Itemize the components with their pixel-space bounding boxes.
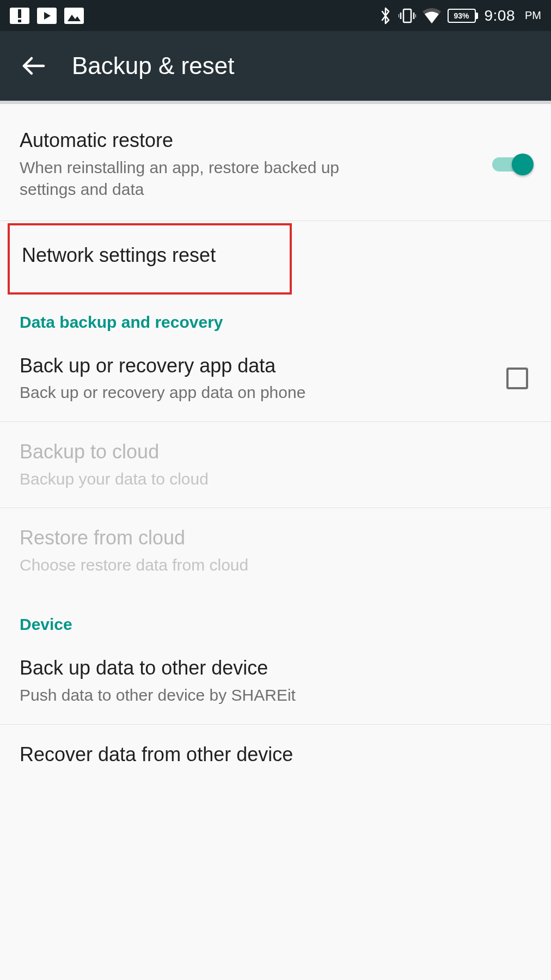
item-title: Automatic restore [20,128,479,154]
setting-restore-from-cloud: Restore from cloud Choose restore data f… [0,508,551,602]
item-title: Backup to cloud [20,439,531,465]
bluetooth-icon [379,7,392,25]
battery-icon: 93% [448,9,478,23]
status-time: 9:08 [485,7,516,24]
status-ampm: PM [525,9,541,22]
svg-rect-1 [18,20,21,22]
item-subtitle: When reinstalling an app, restore backed… [20,157,346,201]
battery-percent: 93% [454,11,469,20]
setting-backup-to-cloud: Backup to cloud Backup your data to clou… [0,422,551,508]
item-subtitle: Push data to other device by SHAREit [20,684,531,707]
back-button[interactable] [21,53,46,78]
setting-backup-recovery-app-data[interactable]: Back up or recovery app data Back up or … [0,336,551,422]
svg-marker-2 [44,12,51,20]
item-subtitle: Back up or recovery app data on phone [20,382,493,404]
setting-recover-other-device[interactable]: Recover data from other device [0,725,551,768]
item-title: Restore from cloud [20,525,531,551]
item-title: Back up or recovery app data [20,353,493,379]
gallery-icon [64,8,84,24]
vibrate-icon [399,7,416,24]
section-data-backup: Data backup and recovery [0,300,551,336]
setting-network-reset[interactable]: Network settings reset [8,223,292,295]
svg-rect-0 [18,9,21,18]
item-subtitle: Choose restore data from cloud [20,554,531,577]
page-title: Backup & reset [72,52,234,79]
item-subtitle: Backup your data to cloud [20,468,531,491]
alert-icon [10,8,29,24]
svg-rect-4 [403,9,411,22]
item-title: Network settings reset [22,243,278,268]
section-device: Device [0,602,551,638]
svg-marker-3 [68,15,81,21]
setting-automatic-restore[interactable]: Automatic restore When reinstalling an a… [0,104,551,221]
youtube-icon [37,8,57,24]
status-left [10,8,84,24]
status-right: 93% 9:08 PM [379,7,542,25]
setting-network-reset-row: Network settings reset [0,221,551,300]
wifi-icon [423,8,441,23]
status-bar: 93% 9:08 PM [0,0,551,31]
app-bar: Backup & reset [0,31,551,101]
content: Automatic restore When reinstalling an a… [0,104,551,768]
item-title: Back up data to other device [20,656,531,681]
setting-backup-other-device[interactable]: Back up data to other device Push data t… [0,638,551,724]
automatic-restore-toggle[interactable] [492,155,531,174]
backup-recovery-checkbox[interactable] [506,367,528,389]
item-title: Recover data from other device [20,742,531,768]
